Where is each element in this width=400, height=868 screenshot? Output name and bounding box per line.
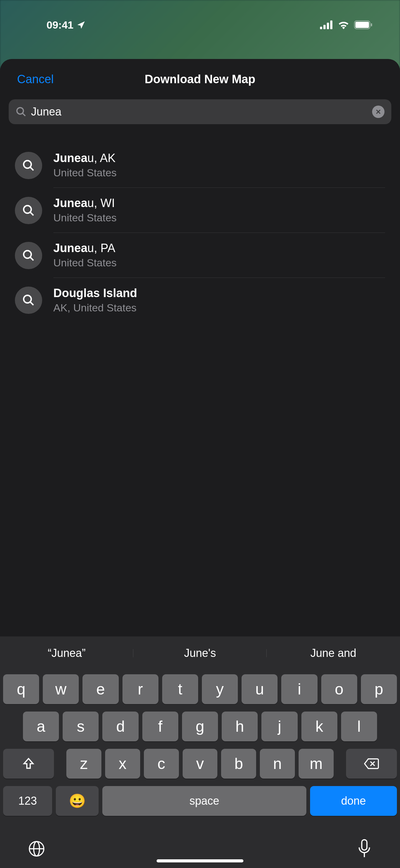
key-l[interactable]: l — [341, 712, 377, 741]
search-icon — [15, 286, 42, 314]
clear-button[interactable] — [372, 105, 385, 118]
svg-rect-6 — [371, 23, 372, 26]
svg-point-13 — [24, 206, 31, 213]
key-x[interactable]: x — [105, 749, 140, 779]
svg-rect-0 — [320, 27, 322, 29]
key-c[interactable]: c — [144, 749, 179, 779]
key-a[interactable]: a — [23, 712, 59, 741]
keyboard-suggestions: “Junea”June'sJune and — [0, 637, 400, 670]
svg-rect-3 — [330, 21, 332, 29]
search-result-item[interactable]: Douglas Island AK, United States — [0, 278, 400, 322]
search-icon — [15, 152, 42, 179]
key-s[interactable]: s — [63, 712, 99, 741]
search-result-item[interactable]: Juneau, AK United States — [0, 143, 400, 188]
svg-point-15 — [24, 251, 31, 258]
search-icon — [15, 197, 42, 224]
globe-icon[interactable] — [28, 840, 45, 858]
result-text: Douglas Island AK, United States — [53, 286, 385, 322]
space-key[interactable]: space — [102, 786, 306, 816]
svg-point-7 — [17, 108, 24, 114]
result-subtitle: United States — [53, 167, 385, 179]
status-bar: 09:41 — [0, 0, 400, 40]
search-result-item[interactable]: Juneau, PA United States — [0, 233, 400, 278]
svg-rect-2 — [327, 23, 329, 29]
result-subtitle: United States — [53, 257, 385, 269]
home-indicator[interactable] — [157, 859, 243, 862]
key-b[interactable]: b — [221, 749, 256, 779]
battery-icon — [354, 21, 373, 29]
result-text: Juneau, WI United States — [53, 196, 385, 233]
download-map-sheet: Cancel Download New Map Juneau, AK Unite… — [0, 59, 400, 868]
search-result-item[interactable]: Juneau, WI United States — [0, 188, 400, 233]
key-y[interactable]: y — [202, 674, 238, 704]
key-w[interactable]: w — [43, 674, 79, 704]
key-d[interactable]: d — [102, 712, 138, 741]
key-p[interactable]: p — [361, 674, 397, 704]
key-e[interactable]: e — [82, 674, 119, 704]
page-title: Download New Map — [145, 73, 256, 86]
key-u[interactable]: u — [241, 674, 277, 704]
result-subtitle: United States — [53, 212, 385, 224]
result-text: Juneau, AK United States — [53, 152, 385, 188]
key-j[interactable]: j — [261, 712, 297, 741]
result-title: Douglas Island — [53, 286, 385, 300]
key-m[interactable]: m — [299, 749, 334, 779]
mic-icon[interactable] — [357, 839, 372, 859]
result-title: Juneau, WI — [53, 196, 385, 210]
key-i[interactable]: i — [281, 674, 317, 704]
search-bar[interactable] — [9, 99, 391, 124]
search-results: Juneau, AK United States Juneau, WI Unit… — [0, 143, 400, 322]
result-title: Juneau, AK — [53, 152, 385, 165]
key-r[interactable]: r — [123, 674, 159, 704]
svg-rect-24 — [362, 840, 367, 850]
result-text: Juneau, PA United States — [53, 242, 385, 278]
emoji-key[interactable]: 😀 — [56, 786, 99, 816]
numbers-key[interactable]: 123 — [3, 786, 52, 816]
svg-line-12 — [30, 167, 33, 170]
wifi-icon — [337, 21, 350, 29]
status-time: 09:41 — [46, 19, 73, 31]
result-title: Juneau, PA — [53, 242, 385, 255]
svg-rect-5 — [355, 22, 369, 28]
key-q[interactable]: q — [3, 674, 39, 704]
key-v[interactable]: v — [182, 749, 218, 779]
cellular-icon — [320, 21, 333, 29]
svg-point-17 — [24, 295, 31, 303]
done-key[interactable]: done — [310, 786, 397, 816]
key-f[interactable]: f — [142, 712, 178, 741]
cancel-button[interactable]: Cancel — [17, 73, 54, 86]
keyboard-suggestion[interactable]: June's — [133, 647, 267, 660]
search-icon — [15, 106, 27, 117]
key-h[interactable]: h — [222, 712, 258, 741]
key-o[interactable]: o — [321, 674, 357, 704]
location-icon — [76, 20, 86, 30]
svg-line-14 — [30, 212, 33, 215]
shift-icon — [22, 757, 35, 771]
key-n[interactable]: n — [260, 749, 295, 779]
search-icon — [15, 242, 42, 269]
key-t[interactable]: t — [162, 674, 198, 704]
svg-rect-1 — [324, 25, 326, 29]
keyboard-area: “Junea”June'sJune and qwertyuiop asdfghj… — [0, 637, 400, 868]
close-icon — [375, 109, 381, 115]
svg-line-8 — [23, 113, 26, 116]
svg-line-18 — [30, 302, 33, 305]
delete-icon — [364, 757, 379, 770]
delete-key[interactable] — [346, 749, 397, 779]
key-z[interactable]: z — [66, 749, 101, 779]
svg-point-11 — [24, 160, 31, 168]
key-g[interactable]: g — [182, 712, 218, 741]
search-input[interactable] — [31, 105, 368, 118]
svg-line-16 — [30, 257, 33, 260]
keyboard: qwertyuiop asdfghjkl zxcvbnm 123 😀 space… — [0, 670, 400, 816]
result-subtitle: AK, United States — [53, 302, 385, 314]
shift-key[interactable] — [3, 749, 54, 779]
keyboard-suggestion[interactable]: June and — [267, 647, 400, 660]
key-k[interactable]: k — [301, 712, 337, 741]
keyboard-suggestion[interactable]: “Junea” — [0, 647, 133, 660]
